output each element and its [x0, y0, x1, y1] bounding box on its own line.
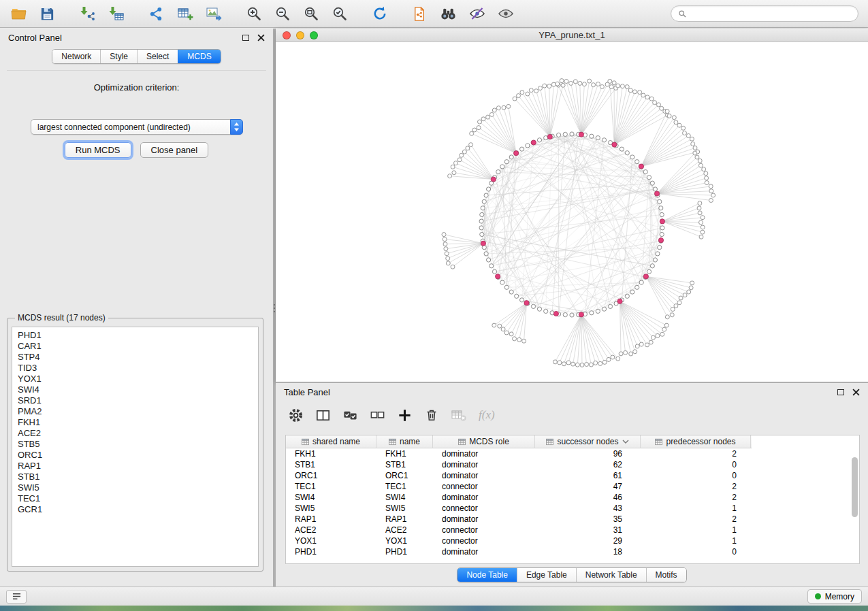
mcds-result-item[interactable]: RAP1: [12, 461, 258, 472]
table-row[interactable]: STB1STB1dominator620: [286, 459, 859, 470]
cell-name[interactable]: TEC1: [376, 482, 433, 491]
mcds-result-item[interactable]: YOX1: [12, 374, 258, 384]
cell-shared-name[interactable]: ORC1: [286, 471, 376, 480]
cell-successor-nodes[interactable]: 43: [535, 503, 641, 513]
float-panel-icon[interactable]: [242, 35, 249, 41]
table-row[interactable]: ORC1ORC1dominator610: [286, 470, 859, 481]
mcds-result-item[interactable]: FKH1: [12, 417, 258, 428]
cell-predecessor-nodes[interactable]: 2: [641, 514, 751, 524]
zoom-in-icon[interactable]: [244, 5, 263, 23]
mcds-result-item[interactable]: PHD1: [12, 330, 258, 341]
mcds-result-item[interactable]: STB1: [12, 472, 258, 482]
zoom-out-icon[interactable]: [273, 5, 291, 23]
cell-successor-nodes[interactable]: 35: [535, 514, 641, 524]
refresh-layout-icon[interactable]: [370, 5, 389, 23]
add-column-icon[interactable]: [397, 408, 413, 423]
cell-shared-name[interactable]: STB1: [286, 460, 376, 469]
cell-successor-nodes[interactable]: 62: [535, 460, 641, 469]
cell-successor-nodes[interactable]: 46: [535, 493, 641, 502]
cell-mcds-role[interactable]: connector: [433, 525, 535, 535]
mcds-result-item[interactable]: SWI4: [12, 384, 258, 395]
cell-shared-name[interactable]: ACE2: [286, 525, 376, 535]
cell-mcds-role[interactable]: dominator: [433, 493, 535, 502]
table-row[interactable]: YOX1YOX1connector291: [286, 535, 859, 546]
cell-name[interactable]: SWI4: [376, 493, 433, 502]
close-window-icon[interactable]: [283, 31, 291, 39]
zoom-fit-icon[interactable]: [302, 5, 320, 23]
cell-shared-name[interactable]: RAP1: [286, 514, 376, 524]
delete-columns-icon[interactable]: [424, 408, 439, 423]
cell-predecessor-nodes[interactable]: 2: [641, 493, 751, 502]
column-header-successor-nodes[interactable]: successor nodes: [535, 435, 641, 448]
tab-select[interactable]: Select: [137, 50, 178, 63]
mcds-result-item[interactable]: STB5: [12, 439, 258, 450]
minimize-window-icon[interactable]: [296, 31, 304, 39]
zoom-selected-icon[interactable]: [330, 5, 349, 23]
new-table-icon[interactable]: [176, 5, 194, 23]
cell-shared-name[interactable]: SWI4: [286, 493, 376, 502]
binoculars-icon[interactable]: [439, 5, 457, 23]
network-document-icon[interactable]: [411, 5, 429, 23]
cell-mcds-role[interactable]: connector: [433, 482, 535, 491]
cell-name[interactable]: PHD1: [376, 547, 433, 557]
cell-successor-nodes[interactable]: 18: [535, 547, 641, 557]
column-header-predecessor-nodes[interactable]: predecessor nodes: [641, 435, 751, 448]
cell-name[interactable]: STB1: [376, 460, 433, 469]
table-row[interactable]: PHD1PHD1dominator180: [286, 546, 859, 557]
cell-name[interactable]: ORC1: [376, 471, 433, 480]
cell-mcds-role[interactable]: connector: [433, 503, 535, 513]
cell-predecessor-nodes[interactable]: 0: [641, 460, 751, 469]
select-all-rows-icon[interactable]: [342, 408, 358, 423]
tab-network[interactable]: Network: [52, 50, 100, 63]
show-panels-icon[interactable]: [6, 590, 27, 604]
cell-name[interactable]: FKH1: [376, 449, 433, 459]
cell-predecessor-nodes[interactable]: 1: [641, 525, 751, 535]
open-session-icon[interactable]: [10, 5, 28, 23]
cell-name[interactable]: SWI5: [376, 503, 433, 513]
mcds-result-item[interactable]: PMA2: [12, 406, 258, 417]
cell-shared-name[interactable]: PHD1: [286, 547, 376, 557]
cell-shared-name[interactable]: YOX1: [286, 536, 376, 546]
mcds-result-item[interactable]: TID3: [12, 363, 258, 374]
table-row[interactable]: SWI4SWI4dominator462: [286, 492, 859, 503]
cell-shared-name[interactable]: SWI5: [286, 503, 376, 513]
column-header-mcds-role[interactable]: MCDS role: [433, 435, 535, 448]
table-scrollbar-thumb[interactable]: [852, 457, 858, 517]
table-tab-edge-table[interactable]: Edge Table: [517, 568, 576, 582]
table-row[interactable]: RAP1RAP1dominator352: [286, 514, 859, 525]
cell-predecessor-nodes[interactable]: 2: [641, 449, 751, 459]
criterion-select[interactable]: largest connected component (undirected): [31, 119, 243, 135]
mcds-result-item[interactable]: STP4: [12, 352, 258, 363]
table-tab-motifs[interactable]: Motifs: [646, 568, 686, 582]
table-row[interactable]: SWI5SWI5connector431: [286, 503, 859, 514]
show-columns-icon[interactable]: [315, 408, 331, 423]
cell-name[interactable]: YOX1: [376, 536, 433, 546]
export-image-icon[interactable]: [204, 5, 223, 23]
cell-predecessor-nodes[interactable]: 0: [641, 547, 751, 557]
mcds-result-item[interactable]: CAR1: [12, 341, 258, 352]
search-input[interactable]: [691, 9, 851, 18]
network-canvas[interactable]: [276, 42, 868, 381]
cell-predecessor-nodes[interactable]: 2: [641, 482, 751, 491]
cell-successor-nodes[interactable]: 31: [535, 525, 641, 535]
mcds-result-item[interactable]: SRD1: [12, 395, 258, 406]
cell-mcds-role[interactable]: dominator: [433, 514, 535, 524]
cell-mcds-role[interactable]: dominator: [433, 547, 535, 557]
table-row[interactable]: TEC1TEC1connector472: [286, 481, 859, 492]
cell-predecessor-nodes[interactable]: 0: [641, 471, 751, 480]
import-table-icon[interactable]: [107, 5, 125, 23]
mcds-result-item[interactable]: ACE2: [12, 428, 258, 439]
cell-mcds-role[interactable]: dominator: [433, 449, 535, 459]
eye-slash-icon[interactable]: [468, 5, 486, 23]
maximize-window-icon[interactable]: [310, 31, 318, 39]
cell-predecessor-nodes[interactable]: 1: [641, 536, 751, 546]
mcds-result-item[interactable]: TEC1: [12, 493, 258, 504]
tab-style[interactable]: Style: [100, 50, 137, 63]
new-network-icon[interactable]: [147, 5, 165, 23]
mcds-result-list[interactable]: PHD1CAR1STP4TID3YOX1SWI4SRD1PMA2FKH1ACE2…: [12, 327, 259, 567]
cell-shared-name[interactable]: FKH1: [286, 449, 376, 459]
table-row[interactable]: FKH1FKH1dominator962: [286, 448, 859, 459]
cell-successor-nodes[interactable]: 61: [535, 471, 641, 480]
mcds-result-item[interactable]: GCR1: [12, 504, 258, 515]
cell-predecessor-nodes[interactable]: 1: [641, 503, 751, 513]
